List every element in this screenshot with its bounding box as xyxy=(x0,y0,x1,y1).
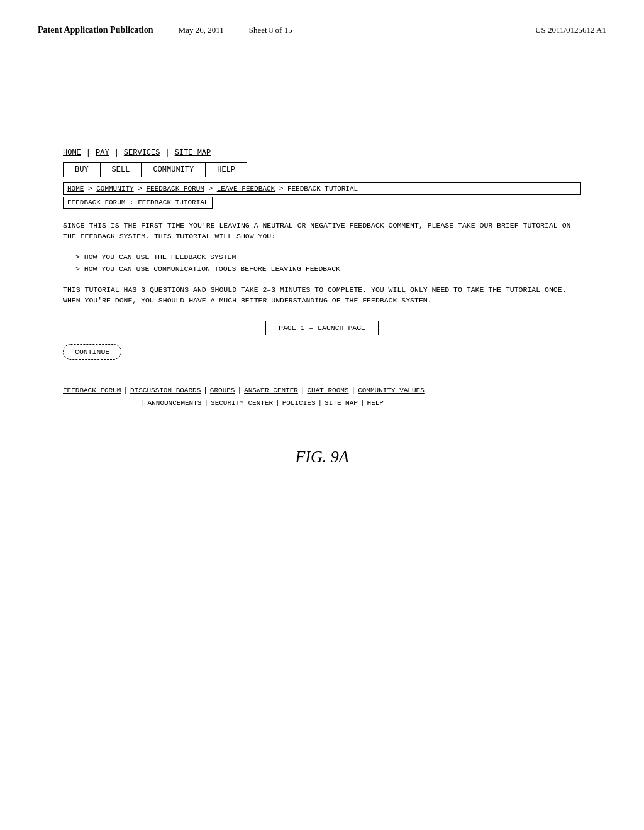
header-date: May 26, 2011 xyxy=(179,25,224,35)
page-label: PAGE 1 – LAUNCH PAGE xyxy=(265,321,379,335)
footer-nav: FEEDBACK FORUM | DISCUSSION BOARDS | GRO… xyxy=(63,385,581,410)
footer-answer-center[interactable]: ANSWER CENTER xyxy=(244,385,298,397)
footer-discussion-boards[interactable]: DISCUSSION BOARDS xyxy=(130,385,201,397)
footer-groups[interactable]: GROUPS xyxy=(210,385,235,397)
footer-announcements[interactable]: ANNOUNCEMENTS xyxy=(148,397,202,410)
footer-nav-row1: FEEDBACK FORUM | DISCUSSION BOARDS | GRO… xyxy=(63,385,581,397)
breadcrumb-leave-feedback[interactable]: LEAVE FEEDBACK xyxy=(217,185,275,192)
top-nav: HOME | PAY | SERVICES | SITE MAP xyxy=(63,148,581,157)
breadcrumb-community[interactable]: COMMUNITY xyxy=(96,185,133,192)
body-paragraph-1: SINCE THIS IS THE FIRST TIME YOU'RE LEAV… xyxy=(63,220,581,242)
page-divider-section: PAGE 1 – LAUNCH PAGE xyxy=(63,321,581,335)
footer-policies[interactable]: POLICIES xyxy=(282,397,316,410)
breadcrumb-full: HOME > COMMUNITY > FEEDBACK FORUM > LEAV… xyxy=(63,182,581,195)
breadcrumb-tutorial: FEEDBACK TUTORIAL xyxy=(287,185,358,192)
divider-left xyxy=(63,328,265,328)
nav-community[interactable]: COMMUNITY xyxy=(142,163,206,177)
top-nav-pay[interactable]: PAY xyxy=(96,148,109,157)
list-item-2-text: > HOW YOU CAN USE COMMUNICATION TOOLS BE… xyxy=(75,263,340,275)
header-patent: US 2011/0125612 A1 xyxy=(535,25,606,35)
header-sheet: Sheet 8 of 15 xyxy=(249,25,292,35)
list-item-1: > HOW YOU CAN USE THE FEEDBACK SYSTEM xyxy=(75,251,581,263)
main-content: HOME | PAY | SERVICES | SITE MAP BUY SEL… xyxy=(38,148,606,467)
footer-nav-row2: | ANNOUNCEMENTS | SECURITY CENTER | POLI… xyxy=(138,397,581,410)
footer-feedback-forum[interactable]: FEEDBACK FORUM xyxy=(63,385,121,397)
continue-button-wrapper: CONTINUE xyxy=(63,344,581,360)
nav-buy[interactable]: BUY xyxy=(64,163,101,177)
continue-button[interactable]: CONTINUE xyxy=(63,344,121,360)
nav-help[interactable]: HELP xyxy=(206,163,247,177)
header-title: Patent Application Publication xyxy=(38,25,153,35)
list-items: > HOW YOU CAN USE THE FEEDBACK SYSTEM > … xyxy=(75,251,581,275)
breadcrumb-sub-text: FEEDBACK FORUM : FEEDBACK TUTORIAL xyxy=(67,199,208,206)
nav-sell[interactable]: SELL xyxy=(101,163,142,177)
breadcrumb-feedback-forum[interactable]: FEEDBACK FORUM xyxy=(146,185,204,192)
footer-help[interactable]: HELP xyxy=(367,397,384,410)
breadcrumb-short: FEEDBACK FORUM : FEEDBACK TUTORIAL xyxy=(63,197,213,209)
page-header: Patent Application Publication May 26, 2… xyxy=(38,25,606,35)
secondary-nav: BUY SELL COMMUNITY HELP xyxy=(63,162,247,177)
list-item-2: > HOW YOU CAN USE COMMUNICATION TOOLS BE… xyxy=(75,263,581,275)
footer-security-center[interactable]: SECURITY CENTER xyxy=(211,397,273,410)
top-nav-sitemap[interactable]: SITE MAP xyxy=(175,148,211,157)
body-paragraph-2: THIS TUTORIAL HAS 3 QUESTIONS AND SHOULD… xyxy=(63,284,581,306)
footer-site-map[interactable]: SITE MAP xyxy=(325,397,358,410)
footer-community-values[interactable]: COMMUNITY VALUES xyxy=(358,385,425,397)
list-item-1-text: > HOW YOU CAN USE THE FEEDBACK SYSTEM xyxy=(75,251,236,263)
top-nav-home[interactable]: HOME xyxy=(63,148,81,157)
figure-label: FIG. 9A xyxy=(63,448,581,467)
top-nav-services[interactable]: SERVICES xyxy=(124,148,160,157)
divider-right xyxy=(379,328,581,328)
breadcrumb-home[interactable]: HOME xyxy=(67,185,84,192)
footer-chat-rooms[interactable]: CHAT ROOMS xyxy=(308,385,349,397)
